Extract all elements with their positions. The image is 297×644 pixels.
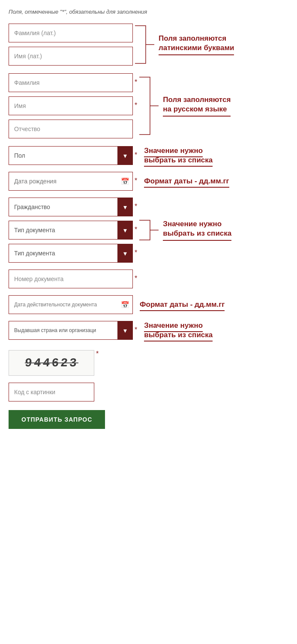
patronymic-row [9, 120, 137, 138]
birth-date-wrapper: 📅 [9, 172, 133, 191]
last-name-ru-row: * [9, 73, 137, 92]
russian-annotation-text: Поля заполняются на русском языке [163, 95, 231, 117]
issuing-org-annotation-text: Значение нужно выбрать из списка [144, 321, 213, 341]
last-name-lat-row [9, 24, 133, 42]
latin-bracket [133, 24, 154, 66]
first-name-ru-input[interactable] [9, 96, 133, 115]
issuing-org-row: Выдавшая страна или организаци * Значени… [9, 321, 288, 340]
doc-type-2-select-wrapper: Тип документа [9, 244, 133, 263]
captcha-code-input[interactable] [9, 383, 94, 401]
doc-number-input[interactable] [9, 270, 133, 288]
doc-number-row: * [9, 270, 288, 288]
captcha-image: 944623 [9, 350, 94, 376]
issuing-org-required: * [135, 326, 137, 334]
doc-type-1-row: Тип документа * [9, 221, 137, 240]
submit-section: ОТПРАВИТЬ ЗАПРОС [9, 410, 288, 429]
doc-validity-wrapper: 📅 [9, 295, 133, 314]
birth-date-annotation: Формат даты - дд.мм.гг [144, 177, 229, 186]
first-name-lat-row [9, 47, 133, 66]
issuing-org-select-wrapper: Выдавшая страна или организаци [9, 321, 133, 340]
first-name-ru-row: * [9, 96, 137, 115]
gender-required: * [135, 151, 137, 159]
doc-type-2-select[interactable]: Тип документа [9, 244, 133, 263]
doc-number-required: * [135, 275, 137, 282]
doc-type-bracket [137, 198, 159, 263]
russian-bracket [137, 73, 159, 138]
gender-annotation: Значение нужно выбрать из списка [144, 146, 213, 165]
captcha-required-star: * [96, 350, 99, 358]
doc-type-2-required: * [135, 249, 137, 257]
birth-date-annotation-text: Формат даты - дд.мм.гг [144, 177, 229, 188]
birth-date-input[interactable] [9, 172, 133, 191]
gender-annotation-text: Значение нужно выбрать из списка [144, 147, 213, 167]
captcha-code-row [9, 383, 288, 401]
last-name-ru-input[interactable] [9, 73, 133, 92]
first-name-ru-required: * [135, 102, 137, 109]
doc-validity-input[interactable] [9, 295, 133, 314]
doc-type-2-row: Тип документа * [9, 244, 137, 263]
issuing-org-annotation: Значение нужно выбрать из списка [144, 321, 213, 340]
doc-validity-row: 📅 Формат даты - дд.мм.гг [9, 295, 288, 314]
doc-type-1-select-wrapper: Тип документа [9, 221, 133, 240]
birth-date-row: 📅 * Формат даты - дд.мм.гг [9, 172, 288, 191]
last-name-ru-required: * [135, 78, 137, 86]
birth-date-required: * [135, 177, 137, 185]
doc-type-1-select[interactable]: Тип документа [9, 221, 133, 240]
last-name-lat-input[interactable] [9, 24, 133, 42]
gender-select-wrapper: Пол Мужской Женский [9, 146, 133, 165]
citizenship-select[interactable]: Гражданство [9, 198, 133, 216]
doc-type-annotation: Значение нужно выбрать из списка [159, 198, 231, 263]
submit-button[interactable]: ОТПРАВИТЬ ЗАПРОС [9, 410, 105, 429]
doc-type-annotation-text: Значение нужно выбрать из списка [163, 219, 231, 241]
doc-validity-annotation-text: Формат даты - дд.мм.гг [140, 300, 225, 311]
form-hint: Поля, отмеченные "*", обязательны для за… [9, 9, 288, 15]
issuing-org-select[interactable]: Выдавшая страна или организаци [9, 321, 133, 340]
citizenship-required: * [135, 203, 137, 210]
doc-validity-annotation: Формат даты - дд.мм.гг [140, 300, 225, 309]
doc-type-1-required: * [135, 226, 137, 234]
citizenship-row: Гражданство * [9, 198, 137, 216]
russian-annotation: Поля заполняются на русском языке [159, 73, 231, 138]
gender-row: Пол Мужской Женский * Значение нужно выб… [9, 146, 288, 165]
patronymic-input[interactable] [9, 120, 133, 138]
latin-annotation-text: Поля заполняются латинскими буквами [159, 34, 234, 55]
captcha-container: 944623 * [9, 350, 288, 401]
gender-select[interactable]: Пол Мужской Женский [9, 146, 133, 165]
citizenship-select-wrapper: Гражданство [9, 198, 133, 216]
first-name-lat-input[interactable] [9, 47, 133, 66]
captcha-value: 944623 [24, 356, 79, 370]
latin-annotation: Поля заполняются латинскими буквами [154, 24, 234, 66]
